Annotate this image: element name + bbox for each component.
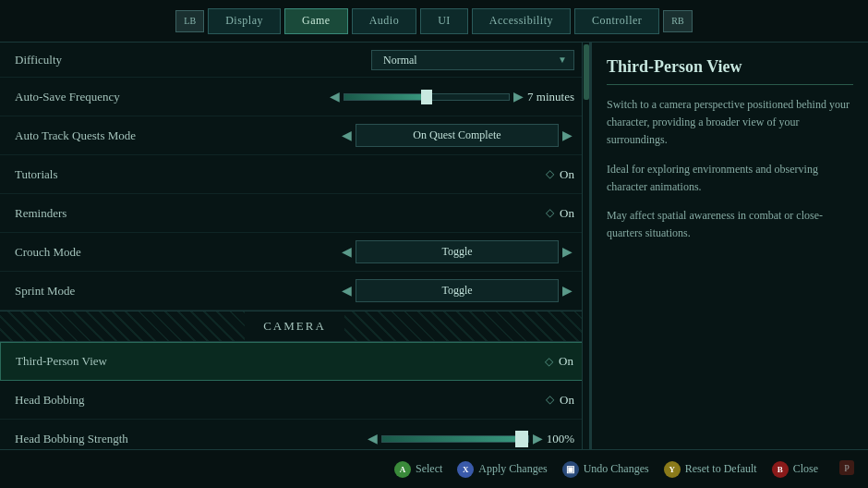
reset-button-icon: Y — [664, 461, 681, 478]
scroll-indicator[interactable] — [582, 43, 589, 449]
sprint-left-arrow[interactable]: ◀ — [340, 283, 354, 299]
bottom-bar: A Select X Apply Changes ▣ Undo Changes … — [0, 449, 868, 488]
auto-save-slider-container: ◀ ▶ 7 minutes — [330, 89, 574, 104]
tab-controller[interactable]: Controller — [574, 8, 659, 34]
difficulty-row: Difficulty Normal Easy Hard ▼ — [0, 43, 589, 78]
info-description-2: Ideal for exploring environments and obs… — [607, 161, 853, 196]
camera-section-title: Camera — [245, 319, 344, 334]
difficulty-label: Difficulty — [15, 53, 371, 67]
tutorials-row: Tutorials ◇ On — [0, 155, 589, 194]
hbs-thumb[interactable] — [515, 431, 528, 447]
camera-section-divider: Camera — [0, 311, 589, 342]
svg-text:P: P — [844, 463, 850, 473]
tutorials-label: Tutorials — [15, 167, 546, 182]
scroll-thumb[interactable] — [584, 44, 589, 100]
auto-save-right-arrow[interactable]: ▶ — [513, 89, 524, 104]
apply-action[interactable]: X Apply Changes — [457, 461, 547, 478]
hbs-track[interactable] — [381, 435, 529, 443]
reminders-label: Reminders — [15, 206, 546, 221]
close-action[interactable]: B Close — [772, 461, 818, 478]
close-button-icon: B — [772, 461, 789, 478]
shoulder-right[interactable]: RB — [663, 10, 692, 32]
crouch-left-arrow[interactable]: ◀ — [340, 244, 354, 260]
tab-accessibility[interactable]: Accessibility — [472, 8, 571, 34]
shoulder-left[interactable]: LB — [175, 10, 204, 32]
head-bobbing-strength-label: Head Bobbing Strength — [15, 432, 368, 446]
head-bobbing-strength-row: Head Bobbing Strength ◀ ▶ 100% — [0, 420, 589, 449]
apply-button-icon: X — [457, 461, 474, 478]
reminders-row: Reminders ◇ On — [0, 194, 589, 233]
head-bobbing-value: On — [560, 393, 574, 408]
auto-track-label: Auto Track Quests Mode — [15, 128, 340, 143]
tab-game[interactable]: Game — [284, 8, 348, 34]
auto-track-left-arrow[interactable]: ◀ — [340, 128, 354, 143]
crouch-mode-label: Crouch Mode — [15, 245, 340, 260]
auto-track-control: ◀ On Quest Complete ▶ — [340, 124, 574, 147]
tab-audio[interactable]: Audio — [352, 8, 417, 34]
info-description-3: May affect spatial awareness in combat o… — [607, 207, 853, 242]
apply-label: Apply Changes — [478, 462, 547, 476]
crouch-mode-value: Toggle — [356, 240, 559, 263]
crouch-right-arrow[interactable]: ▶ — [561, 244, 574, 260]
difficulty-select-wrapper: Normal Easy Hard ▼ — [371, 50, 574, 70]
auto-save-row: Auto-Save Frequency ◀ ▶ 7 minutes — [0, 78, 589, 116]
info-title: Third-Person View — [607, 57, 853, 77]
right-panel: Third-Person View Switch to a camera per… — [591, 43, 868, 449]
hbs-left-arrow[interactable]: ◀ — [368, 431, 378, 446]
ps-logo-icon: P — [837, 458, 857, 482]
tutorials-control[interactable]: ◇ On — [546, 167, 574, 182]
sprint-mode-label: Sprint Mode — [15, 284, 340, 299]
reminders-control[interactable]: ◇ On — [546, 206, 574, 221]
top-nav: LB Display Game Audio UI Accessibility C… — [0, 0, 868, 43]
sprint-mode-value: Toggle — [356, 279, 559, 302]
crouch-mode-row: Crouch Mode ◀ Toggle ▶ — [0, 233, 589, 272]
auto-save-slider-thumb[interactable] — [421, 90, 432, 104]
tab-display[interactable]: Display — [208, 8, 281, 34]
info-description-1: Switch to a camera perspective positione… — [607, 96, 853, 150]
sprint-right-arrow[interactable]: ▶ — [561, 283, 574, 299]
third-person-diamond-icon: ◇ — [545, 355, 553, 369]
third-person-value: On — [559, 354, 573, 369]
undo-label: Undo Changes — [584, 462, 649, 476]
reset-label: Reset to Default — [685, 462, 757, 476]
auto-save-label: Auto-Save Frequency — [15, 90, 330, 104]
undo-button-icon: ▣ — [562, 461, 579, 478]
auto-save-slider-fill — [344, 94, 427, 100]
head-bobbing-row: Head Bobbing ◇ On — [0, 381, 589, 420]
difficulty-select[interactable]: Normal Easy Hard — [371, 50, 574, 70]
select-action: A Select — [394, 461, 442, 478]
main-content: Difficulty Normal Easy Hard ▼ Auto-Save … — [0, 43, 868, 449]
sprint-mode-control: ◀ Toggle ▶ — [340, 279, 574, 302]
select-label: Select — [416, 462, 442, 476]
head-bobbing-diamond-icon: ◇ — [546, 393, 554, 407]
auto-track-row: Auto Track Quests Mode ◀ On Quest Comple… — [0, 116, 589, 155]
auto-track-right-arrow[interactable]: ▶ — [561, 128, 574, 143]
crouch-mode-control: ◀ Toggle ▶ — [340, 240, 574, 263]
close-label: Close — [793, 462, 818, 476]
auto-save-left-arrow[interactable]: ◀ — [330, 89, 340, 104]
settings-area: Difficulty Normal Easy Hard ▼ Auto-Save … — [0, 43, 589, 449]
tab-ui[interactable]: UI — [420, 8, 468, 34]
tutorials-diamond-icon: ◇ — [546, 167, 554, 181]
third-person-control[interactable]: ◇ On — [545, 354, 573, 369]
divider-pattern-right — [344, 311, 589, 341]
select-button-icon: A — [394, 461, 411, 478]
reminders-value: On — [560, 206, 574, 221]
auto-save-slider-track[interactable] — [344, 93, 510, 101]
divider-pattern-left — [0, 311, 245, 341]
tutorials-value: On — [560, 167, 574, 182]
left-panel: Difficulty Normal Easy Hard ▼ Auto-Save … — [0, 43, 591, 449]
reminders-diamond-icon: ◇ — [546, 206, 554, 220]
third-person-row[interactable]: Third-Person View ◇ On — [0, 342, 589, 381]
info-divider — [607, 84, 853, 85]
head-bobbing-control[interactable]: ◇ On — [546, 393, 574, 408]
head-bobbing-strength-slider-container: ◀ ▶ 100% — [368, 431, 574, 446]
third-person-label: Third-Person View — [16, 354, 545, 369]
sprint-mode-row: Sprint Mode ◀ Toggle ▶ — [0, 272, 589, 311]
reset-action[interactable]: Y Reset to Default — [664, 461, 757, 478]
hbs-value: 100% — [547, 432, 574, 446]
undo-action[interactable]: ▣ Undo Changes — [562, 461, 649, 478]
auto-save-value: 7 minutes — [527, 90, 574, 104]
hbs-fill — [382, 436, 528, 442]
hbs-right-arrow[interactable]: ▶ — [533, 431, 543, 446]
